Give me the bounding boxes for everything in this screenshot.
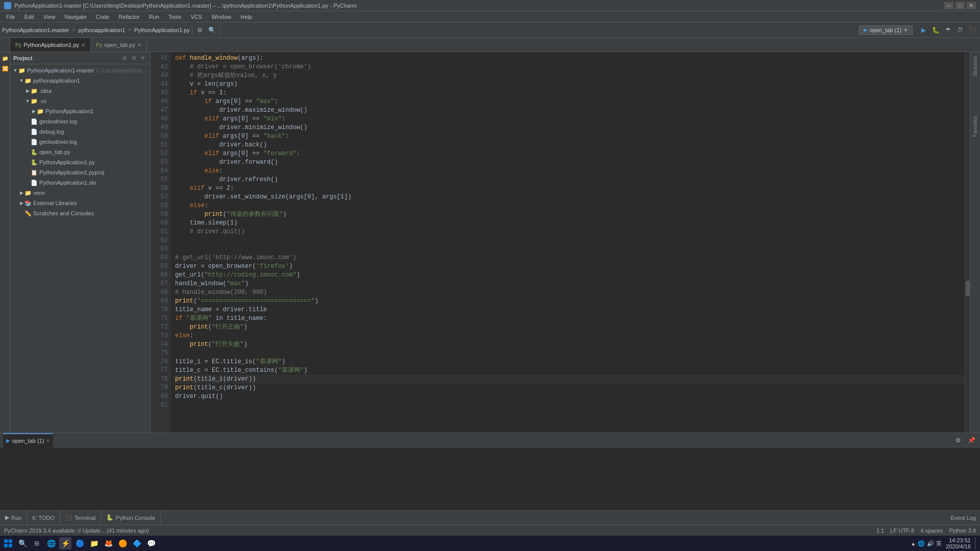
tab-bar: Py PythonApplication1.py ✕ Py open_tab.p… bbox=[0, 38, 980, 52]
tab-close-pythonapp1[interactable]: ✕ bbox=[81, 42, 85, 48]
tree-geckodriver1[interactable]: ▶ 📄 geckodriver.log bbox=[10, 116, 150, 127]
menu-view[interactable]: View bbox=[39, 13, 60, 21]
debug-button[interactable]: 🐛 bbox=[930, 24, 941, 36]
settings-panel-button[interactable]: ⚙ bbox=[130, 54, 138, 62]
menu-help[interactable]: Help bbox=[236, 13, 256, 21]
run-tab-close[interactable]: ✕ bbox=[46, 438, 50, 443]
tree-venv[interactable]: ▶ 📁 venv bbox=[10, 188, 150, 198]
taskbar: 🔍 ⊞ 🌐 ⚡ 🔵 📁 🦊 🟠 🔷 💬 ▲ bbox=[0, 536, 980, 551]
tree-pythonapp-under-vs[interactable]: ▶ 📁 PythonApplication1 bbox=[10, 106, 150, 116]
tree-idea[interactable]: ▶ 📁 .idea bbox=[10, 86, 150, 96]
tab-run[interactable]: ▶ Run bbox=[0, 511, 27, 525]
firefox-icon: 🦊 bbox=[104, 539, 113, 547]
tab-open-tab[interactable]: Py open_tab.py ✕ bbox=[91, 38, 147, 52]
folder-icon-pyapp: 📁 bbox=[24, 78, 32, 84]
stop-button[interactable]: ⬛ bbox=[967, 24, 978, 36]
minimize-button[interactable]: — bbox=[944, 2, 953, 9]
settings-button[interactable]: ⚙ bbox=[194, 24, 206, 36]
code-editor[interactable]: def handle_window(args): # driver = open… bbox=[171, 52, 965, 433]
tree-sln[interactable]: ▶ 📄 PythonApplication1.sln bbox=[10, 178, 150, 188]
code-line-63 bbox=[175, 245, 965, 254]
taskbar-firefox-button[interactable]: 🦊 bbox=[102, 537, 114, 549]
menu-window[interactable]: Window bbox=[207, 13, 235, 21]
menu-bar: File Edit View Navigate Code Refactor Ru… bbox=[0, 11, 980, 22]
project-icon[interactable]: 📁 bbox=[1, 54, 9, 62]
menu-code[interactable]: Code bbox=[92, 13, 113, 21]
folder-icon-venv: 📁 bbox=[24, 190, 32, 196]
proj-icon: 📋 bbox=[31, 169, 38, 176]
start-button[interactable] bbox=[2, 537, 14, 549]
tree-debug-log[interactable]: ▶ 📄 debug.log bbox=[10, 127, 150, 137]
code-line-45: if v == 1: bbox=[175, 89, 965, 97]
show-desktop-button[interactable] bbox=[975, 537, 978, 549]
editor-scrollbar[interactable] bbox=[965, 52, 970, 433]
menu-tools[interactable]: Tools bbox=[164, 13, 186, 21]
close-panel-button[interactable]: ✕ bbox=[139, 54, 147, 62]
taskbar-pycharm2-button[interactable]: 🔷 bbox=[131, 537, 143, 549]
tab-python-console[interactable]: 🐍 Python Console bbox=[101, 511, 161, 525]
tool-bar: PythonApplication1-master > pythonapplic… bbox=[0, 22, 980, 38]
tab-terminal[interactable]: ⬛ Terminal bbox=[60, 511, 102, 525]
taskbar-wechat-button[interactable]: 💬 bbox=[145, 537, 157, 549]
favorites-label[interactable]: Favorites bbox=[971, 112, 979, 141]
taskbar-chrome-button[interactable]: 🔵 bbox=[74, 537, 86, 549]
tree-arrow-vs: ▼ bbox=[24, 98, 31, 104]
taskbar-edge-button[interactable]: 🌐 bbox=[45, 537, 57, 549]
tree-external-libs[interactable]: ▶ 📚 External Libraries bbox=[10, 198, 150, 208]
menu-refactor[interactable]: Refactor bbox=[114, 13, 144, 21]
menu-run[interactable]: Run bbox=[145, 13, 163, 21]
tray-arrow-icon[interactable]: ▲ bbox=[911, 541, 916, 546]
taskbar-explorer-button[interactable]: 📁 bbox=[88, 537, 100, 549]
taskbar-pycharm-button[interactable]: ⚡ bbox=[59, 537, 71, 549]
taskbar-taskview-button[interactable]: ⊞ bbox=[31, 537, 43, 549]
tray-lang-icon: 英 bbox=[936, 540, 942, 547]
vcs-icon[interactable]: 🔀 bbox=[1, 64, 9, 72]
tree-scratches[interactable]: ▶ ✏️ Scratches and Consoles bbox=[10, 208, 150, 218]
structure-label[interactable]: Structure bbox=[971, 52, 979, 81]
run-config-selector[interactable]: ▶ open_tab (1) ▼ bbox=[859, 26, 913, 35]
taskbar-search-button[interactable]: 🔍 bbox=[16, 537, 29, 549]
bottom-settings-button[interactable]: ⚙ bbox=[952, 435, 964, 446]
bottom-tabs: ▶ Run 6: TODO ⬛ Terminal 🐍 Python Consol… bbox=[0, 510, 980, 524]
tab-todo[interactable]: 6: TODO bbox=[27, 511, 60, 525]
run-coverage-button[interactable]: ☂ bbox=[942, 24, 953, 36]
py-icon-pyapp1: 🐍 bbox=[31, 159, 38, 166]
code-line-41: def handle_window(args): bbox=[175, 54, 965, 63]
taskbar-app-button[interactable]: 🟠 bbox=[116, 537, 129, 549]
title-bar-left: PythonApplication1-master [C:\Users\feng… bbox=[4, 2, 357, 9]
collapse-all-button[interactable]: ⊟ bbox=[120, 54, 129, 62]
project-panel: Project ⊟ ⚙ ✕ ▼ 📁 PythonApplication1-mas… bbox=[10, 52, 151, 433]
maximize-button[interactable]: □ bbox=[955, 2, 965, 9]
explorer-icon: 📁 bbox=[90, 539, 99, 547]
menu-edit[interactable]: Edit bbox=[20, 13, 38, 21]
bottom-pin-button[interactable]: 📌 bbox=[966, 435, 977, 446]
tree-path-root: C:\Users\feng\Deskt... bbox=[96, 68, 146, 73]
windows-icon bbox=[4, 539, 12, 547]
run-tab-open-tab[interactable]: ▶ open_tab (1) ✕ bbox=[3, 433, 53, 447]
code-line-62 bbox=[175, 236, 965, 245]
menu-navigate[interactable]: Navigate bbox=[60, 13, 90, 21]
tree-pythonapplication1[interactable]: ▼ 📁 pythonapplication1 bbox=[10, 76, 150, 86]
scratch-icon: ✏️ bbox=[24, 210, 32, 217]
profile-button[interactable]: ⏱ bbox=[954, 24, 966, 36]
menu-vcs[interactable]: VCS bbox=[187, 13, 207, 21]
tab-pythonapp1[interactable]: Py PythonApplication1.py ✕ bbox=[10, 38, 91, 52]
tree-geckodriver2[interactable]: ▶ 📄 geckodriver.log bbox=[10, 137, 150, 147]
run-button[interactable]: ▶ bbox=[918, 24, 929, 36]
tree-open-tab-py[interactable]: ▶ 🐍 open_tab.py bbox=[10, 147, 150, 157]
tree-pythonapp1-py[interactable]: ▶ 🐍 PythonApplication1.py bbox=[10, 157, 150, 167]
search-everywhere-button[interactable]: 🔍 bbox=[207, 24, 218, 36]
tree-root[interactable]: ▼ 📁 PythonApplication1-master C:\Users\f… bbox=[10, 65, 150, 76]
tree-vs[interactable]: ▼ 📁 .vs bbox=[10, 96, 150, 106]
status-encoding: LF UTF-8 bbox=[890, 528, 914, 534]
menu-file[interactable]: File bbox=[2, 13, 19, 21]
edge-icon: 🌐 bbox=[47, 539, 56, 547]
code-line-61: # driver.quit() bbox=[175, 228, 965, 236]
tree-pyproj[interactable]: ▶ 📋 PythonApplication1.pyproj bbox=[10, 167, 150, 178]
event-log-label[interactable]: Event Log bbox=[950, 515, 976, 521]
svg-rect-0 bbox=[4, 539, 8, 543]
code-line-52: elif args[0] == "forward": bbox=[175, 149, 965, 158]
bottom-run-tab: ▶ open_tab (1) ✕ ⚙ 📌 bbox=[0, 433, 980, 447]
close-button[interactable]: ✕ bbox=[967, 2, 976, 9]
tab-close-open-tab[interactable]: ✕ bbox=[137, 42, 141, 48]
